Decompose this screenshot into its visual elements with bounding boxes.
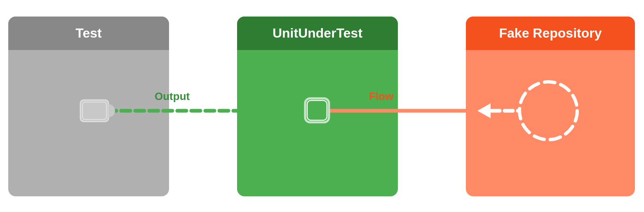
diagram: Test UnitUnderTest Fake Repository Outpu… xyxy=(0,0,644,212)
test-box-body xyxy=(8,50,169,196)
fake-box-body xyxy=(466,50,635,196)
test-box-header: Test xyxy=(8,17,169,50)
test-box: Test xyxy=(8,17,169,196)
unit-box-body xyxy=(237,50,398,196)
unit-box-header: UnitUnderTest xyxy=(237,17,398,50)
output-label: Output xyxy=(155,90,190,103)
fake-box: Fake Repository xyxy=(466,17,635,196)
flow-label: Flow xyxy=(369,90,393,103)
unit-box: UnitUnderTest xyxy=(237,17,398,196)
fake-box-header: Fake Repository xyxy=(466,17,635,50)
